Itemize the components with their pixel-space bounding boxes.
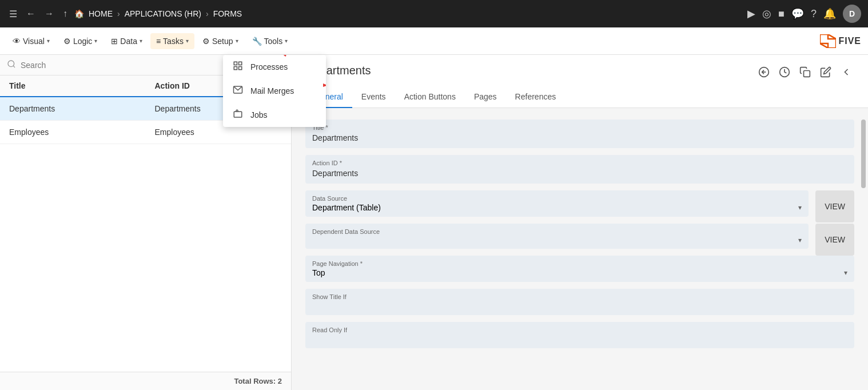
panel-header-left: Departments General Events Action Button…	[305, 64, 565, 108]
form-area: Title * Departments Action ID * Departme…	[292, 108, 868, 390]
second-toolbar: 👁 Visual ▾ ⚙ Logic ▾ ⊞ Data ▾ ≡ Tasks ▾ …	[0, 27, 868, 55]
dependent-data-source-view-button[interactable]: VIEW	[815, 224, 854, 256]
setup-menu-button[interactable]: ⚙ Setup ▾	[197, 33, 244, 49]
departments-title-cell: Departments	[0, 97, 146, 120]
setup-label: Setup	[212, 37, 233, 46]
tasks-icon: ≡	[156, 37, 161, 46]
tools-menu-button[interactable]: 🔧 Tools ▾	[246, 33, 294, 49]
scroll-thumb[interactable]	[861, 120, 866, 188]
title-column-header: Title	[0, 75, 146, 96]
breadcrumb: 🏠 HOME › APPLICATIONS (HR) › FORMS	[74, 9, 242, 18]
tab-events[interactable]: Events	[352, 86, 395, 108]
dependent-data-source-row: Dependent Data Source ▾ VIEW	[305, 224, 854, 256]
processes-label: Processes	[250, 62, 288, 71]
data-arrow: ▾	[140, 38, 142, 44]
read-only-if-field: Read Only If	[305, 322, 854, 348]
tasks-arrow: ▾	[186, 38, 189, 44]
table-footer: Total Rows: 2	[0, 372, 291, 390]
five-logo-text: FIVE	[838, 36, 861, 46]
logic-menu-button[interactable]: ⚙ Logic ▾	[58, 33, 103, 49]
data-source-chevron-icon: ▾	[798, 204, 802, 212]
show-title-if-label: Show Title If	[312, 293, 847, 300]
tools-arrow: ▾	[285, 38, 288, 44]
right-panel: Departments General Events Action Button…	[292, 55, 868, 390]
data-source-view-button[interactable]: VIEW	[815, 190, 854, 222]
svg-marker-10	[820, 34, 836, 48]
data-source-select[interactable]: Department (Table) ▾	[312, 203, 802, 212]
action-id-field: Action ID * Departments	[305, 155, 854, 184]
read-only-if-label: Read Only If	[312, 327, 847, 333]
visual-arrow: ▾	[47, 38, 50, 44]
action-id-field-label: Action ID *	[312, 160, 847, 166]
visual-menu-button[interactable]: 👁 Visual ▾	[7, 33, 55, 49]
help-icon[interactable]: ?	[811, 8, 817, 20]
hamburger-button[interactable]: ☰	[7, 6, 19, 22]
chat-icon[interactable]: 💬	[791, 7, 804, 20]
tab-references[interactable]: References	[506, 86, 566, 108]
logic-arrow: ▾	[94, 38, 97, 44]
search-icon	[7, 59, 16, 70]
jobs-label: Jobs	[250, 110, 268, 120]
close-panel-button[interactable]	[838, 64, 854, 83]
breadcrumb-home[interactable]: HOME	[89, 9, 113, 18]
data-source-field-label: Data Source	[312, 195, 802, 202]
title-field: Title * Departments	[305, 120, 854, 148]
panel-actions	[756, 64, 854, 83]
data-source-field: Data Source Department (Table) ▾	[305, 190, 809, 217]
processes-menu-item[interactable]: Processes	[223, 55, 326, 79]
copy-button[interactable]	[797, 64, 813, 83]
jobs-menu-item[interactable]: Jobs	[223, 103, 326, 127]
stop-icon[interactable]: ■	[778, 8, 785, 20]
forward-button[interactable]: →	[42, 6, 56, 21]
dependent-data-source-chevron-icon: ▾	[798, 236, 802, 244]
play-icon[interactable]: ▶	[747, 7, 755, 20]
up-button[interactable]: ↑	[61, 6, 70, 21]
edit-button[interactable]	[818, 64, 834, 83]
breadcrumb-forms[interactable]: FORMS	[213, 9, 242, 18]
svg-rect-4	[234, 67, 237, 70]
processes-icon	[232, 61, 244, 73]
table-body: Departments Departments Employees Employ…	[0, 97, 291, 372]
tools-label: Tools	[264, 37, 283, 46]
svg-rect-7	[234, 112, 242, 117]
panel-header: Departments General Events Action Button…	[292, 55, 868, 108]
user-avatar[interactable]: D	[843, 5, 861, 23]
action-id-field-value[interactable]: Departments	[312, 168, 847, 179]
page-navigation-chevron-icon: ▾	[844, 269, 847, 277]
tab-pages[interactable]: Pages	[465, 86, 506, 108]
svg-rect-18	[804, 71, 810, 77]
dependent-data-source-select[interactable]: ▾	[312, 236, 802, 244]
setup-arrow: ▾	[236, 38, 238, 44]
title-field-label: Title *	[312, 124, 847, 131]
top-nav-right: ▶ ◎ ■ 💬 ? 🔔 D	[747, 5, 861, 23]
read-only-if-input[interactable]	[312, 335, 847, 344]
mail-merges-menu-item[interactable]: Mail Merges	[223, 79, 326, 103]
page-navigation-select[interactable]: Top ▾	[312, 268, 847, 277]
svg-rect-5	[239, 67, 242, 70]
visual-icon: 👁	[13, 37, 21, 46]
history-button[interactable]	[777, 64, 793, 83]
logic-label: Logic	[73, 37, 92, 46]
show-title-if-input[interactable]	[312, 301, 847, 311]
tasks-menu-button[interactable]: ≡ Tasks ▾	[150, 33, 194, 49]
data-label: Data	[120, 37, 137, 46]
back-nav-button[interactable]	[756, 64, 772, 83]
data-icon: ⊞	[111, 37, 118, 46]
search-circle-icon[interactable]: ◎	[762, 7, 771, 20]
mail-merges-icon	[232, 85, 244, 97]
employees-title-cell: Employees	[0, 121, 146, 144]
notifications-icon[interactable]: 🔔	[823, 7, 836, 20]
title-field-value[interactable]: Departments	[312, 132, 847, 144]
setup-icon: ⚙	[202, 37, 210, 46]
data-menu-button[interactable]: ⊞ Data ▾	[105, 33, 148, 49]
page-navigation-label: Page Navigation *	[312, 260, 847, 267]
dependent-data-source-field: Dependent Data Source ▾	[305, 224, 809, 249]
five-logo-icon	[820, 34, 836, 48]
home-icon: 🏠	[74, 9, 84, 18]
svg-line-14	[13, 66, 15, 67]
tab-action-buttons[interactable]: Action Buttons	[395, 86, 465, 108]
breadcrumb-app[interactable]: APPLICATIONS (HR)	[125, 9, 201, 18]
tools-icon: 🔧	[252, 37, 262, 46]
data-source-value: Department (Table)	[312, 203, 381, 212]
back-button[interactable]: ←	[24, 6, 38, 21]
